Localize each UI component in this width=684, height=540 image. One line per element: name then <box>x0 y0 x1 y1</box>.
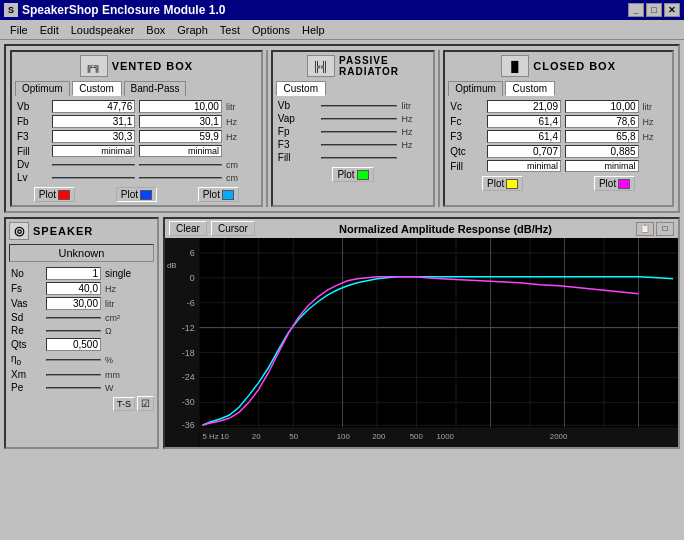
top-section: ╔╗ VENTED BOX Optimum Custom Band-Pass V… <box>4 44 680 213</box>
menu-help[interactable]: Help <box>296 23 331 37</box>
menu-file[interactable]: File <box>4 23 34 37</box>
fill-c-cust[interactable]: minimal <box>565 160 639 172</box>
f3c-optimum[interactable]: 61,4 <box>487 130 561 143</box>
menu-test[interactable]: Test <box>214 23 246 37</box>
svg-text:-24: -24 <box>182 372 195 382</box>
sp-pe[interactable] <box>46 387 101 389</box>
menu-loudspeaker[interactable]: Loudspeaker <box>65 23 141 37</box>
closed-optimum-tab[interactable]: Optimum <box>448 81 503 96</box>
speaker-panel: ◎ SPEAKER Unknown No 1 single Fs 40,0 Hz… <box>4 217 159 449</box>
sp-fs[interactable]: 40,0 <box>46 282 101 295</box>
fill-optimum[interactable]: minimal <box>52 145 135 157</box>
vc-custom[interactable]: 10,00 <box>565 100 639 113</box>
fb-optimum[interactable]: 31,1 <box>52 115 135 128</box>
fill-c-opt[interactable]: minimal <box>487 160 561 172</box>
fc-custom[interactable]: 78,6 <box>565 115 639 128</box>
plot-color-red <box>58 190 70 200</box>
qtc-custom[interactable]: 0,885 <box>565 145 639 158</box>
closed-plot-btn-2[interactable]: Plot <box>594 176 635 191</box>
sp-eta[interactable] <box>46 359 101 361</box>
dv-custom[interactable] <box>139 164 222 166</box>
ts-button[interactable]: T-S <box>113 397 135 411</box>
vented-plot-row: Plot Plot Plot <box>15 187 258 202</box>
sp-qts[interactable]: 0,500 <box>46 338 101 351</box>
table-row: Fill minimal minimal <box>15 144 258 158</box>
clear-button[interactable]: Clear <box>169 221 207 236</box>
vented-custom-tab[interactable]: Custom <box>72 81 122 96</box>
svg-text:500: 500 <box>410 432 424 441</box>
dv-optimum[interactable] <box>52 164 135 166</box>
table-row: Fc 61,4 78,6 Hz <box>448 114 669 129</box>
table-row: Vap Hz <box>276 112 431 125</box>
closed-plot-row: Plot Plot <box>448 176 669 191</box>
vented-plot-btn-2[interactable]: Plot <box>116 187 157 202</box>
graph-copy-icon[interactable]: 📋 <box>636 222 654 236</box>
minimize-button[interactable]: _ <box>628 3 644 17</box>
graph-icon-area: 📋 □ <box>636 222 674 236</box>
lv-optimum[interactable] <box>52 177 135 179</box>
f3c-custom[interactable]: 65,8 <box>565 130 639 143</box>
vented-plot-btn-1[interactable]: Plot <box>34 187 75 202</box>
sp-sd[interactable] <box>46 317 101 319</box>
cursor-button[interactable]: Cursor <box>211 221 255 236</box>
ts-check[interactable]: ☑ <box>137 396 154 411</box>
maximize-button[interactable]: □ <box>646 3 662 17</box>
pr-vb[interactable] <box>321 105 397 107</box>
menu-options[interactable]: Options <box>246 23 296 37</box>
f3-custom[interactable]: 59,9 <box>139 130 222 143</box>
table-row: Sd cm² <box>9 311 154 324</box>
f3-optimum[interactable]: 30,3 <box>52 130 135 143</box>
table-row: Lv cm <box>15 171 258 184</box>
close-button[interactable]: ✕ <box>664 3 680 17</box>
table-row: Fill minimal minimal <box>448 159 669 173</box>
passive-custom-tab[interactable]: Custom <box>276 81 326 96</box>
vented-optimum-tab[interactable]: Optimum <box>15 81 70 96</box>
table-row: F3 30,3 59,9 Hz <box>15 129 258 144</box>
vented-plot-btn-3[interactable]: Plot <box>198 187 239 202</box>
pr-f3[interactable] <box>321 144 397 146</box>
table-row: ηo % <box>9 352 154 368</box>
sp-re[interactable] <box>46 330 101 332</box>
svg-rect-0 <box>165 238 678 447</box>
menu-box[interactable]: Box <box>140 23 171 37</box>
menu-graph[interactable]: Graph <box>171 23 214 37</box>
pr-fill[interactable] <box>321 157 397 159</box>
passive-plot-btn[interactable]: Plot <box>332 167 373 182</box>
svg-text:-30: -30 <box>182 397 195 407</box>
app-icon: S <box>4 3 18 17</box>
speaker-params-table: No 1 single Fs 40,0 Hz Vas 30,00 litr Sd <box>9 266 154 394</box>
plot-color-yellow <box>506 179 518 189</box>
table-row: Vc 21,09 10,00 litr <box>448 99 669 114</box>
fc-optimum[interactable]: 61,4 <box>487 115 561 128</box>
passive-tabs: Custom <box>276 81 431 96</box>
vented-bandpass-tab[interactable]: Band-Pass <box>124 81 187 96</box>
lv-custom[interactable] <box>139 177 222 179</box>
graph-save-icon[interactable]: □ <box>656 222 674 236</box>
divider-2 <box>438 50 440 207</box>
qtc-optimum[interactable]: 0,707 <box>487 145 561 158</box>
plot-color-magenta <box>618 179 630 189</box>
menu-edit[interactable]: Edit <box>34 23 65 37</box>
app-title: SpeakerShop Enclosure Module 1.0 <box>22 3 225 17</box>
vented-box-header: ╔╗ VENTED BOX <box>15 55 258 77</box>
pr-vap[interactable] <box>321 118 397 120</box>
sp-no-type: single <box>105 268 131 279</box>
closed-plot-btn-1[interactable]: Plot <box>482 176 523 191</box>
closed-box-header: █ CLOSED BOX <box>448 55 669 77</box>
table-row: F3 61,4 65,8 Hz <box>448 129 669 144</box>
closed-custom-tab[interactable]: Custom <box>505 81 555 96</box>
sp-no[interactable]: 1 <box>46 267 101 280</box>
speaker-title: SPEAKER <box>33 225 93 237</box>
fill-custom[interactable]: minimal <box>139 145 222 157</box>
vc-optimum[interactable]: 21,09 <box>487 100 561 113</box>
fb-custom[interactable]: 30,1 <box>139 115 222 128</box>
svg-text:6: 6 <box>190 248 195 258</box>
vb-custom[interactable]: 10,00 <box>139 100 222 113</box>
passive-params-table: Vb litr Vap Hz Fp Hz F3 Hz <box>276 99 431 164</box>
vb-optimum[interactable]: 47,76 <box>52 100 135 113</box>
sp-vas[interactable]: 30,00 <box>46 297 101 310</box>
svg-text:0: 0 <box>190 273 195 283</box>
sp-xm[interactable] <box>46 374 101 376</box>
pr-fp[interactable] <box>321 131 397 133</box>
passive-radiator-header: ╠╣ PASSIVERADIATOR <box>276 55 431 77</box>
